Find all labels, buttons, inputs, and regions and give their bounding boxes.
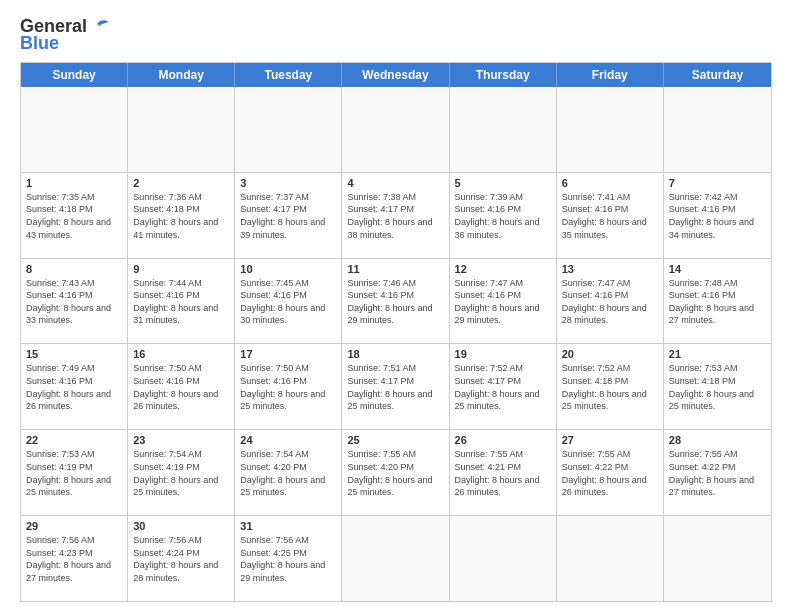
cell-info: Sunrise: 7:35 AM Sunset: 4:18 PM Dayligh… [26, 191, 122, 241]
calendar-row-3: 15Sunrise: 7:49 AM Sunset: 4:16 PM Dayli… [21, 343, 771, 429]
day-number: 25 [347, 434, 443, 446]
day-number: 9 [133, 263, 229, 275]
day-of-week-friday: Friday [557, 63, 664, 87]
calendar-cell-empty [128, 87, 235, 172]
calendar-cell-day-12: 12Sunrise: 7:47 AM Sunset: 4:16 PM Dayli… [450, 259, 557, 344]
calendar-cell-day-8: 8Sunrise: 7:43 AM Sunset: 4:16 PM Daylig… [21, 259, 128, 344]
day-number: 7 [669, 177, 766, 189]
cell-info: Sunrise: 7:56 AM Sunset: 4:23 PM Dayligh… [26, 534, 122, 584]
cell-info: Sunrise: 7:55 AM Sunset: 4:20 PM Dayligh… [347, 448, 443, 498]
cell-info: Sunrise: 7:49 AM Sunset: 4:16 PM Dayligh… [26, 362, 122, 412]
day-number: 18 [347, 348, 443, 360]
cell-info: Sunrise: 7:46 AM Sunset: 4:16 PM Dayligh… [347, 277, 443, 327]
cell-info: Sunrise: 7:47 AM Sunset: 4:16 PM Dayligh… [562, 277, 658, 327]
calendar-cell-empty [557, 516, 664, 601]
day-number: 10 [240, 263, 336, 275]
calendar-cell-day-18: 18Sunrise: 7:51 AM Sunset: 4:17 PM Dayli… [342, 344, 449, 429]
day-number: 6 [562, 177, 658, 189]
calendar-cell-empty [342, 87, 449, 172]
calendar-cell-day-11: 11Sunrise: 7:46 AM Sunset: 4:16 PM Dayli… [342, 259, 449, 344]
calendar-cell-day-3: 3Sunrise: 7:37 AM Sunset: 4:17 PM Daylig… [235, 173, 342, 258]
calendar-cell-day-14: 14Sunrise: 7:48 AM Sunset: 4:16 PM Dayli… [664, 259, 771, 344]
calendar-cell-day-5: 5Sunrise: 7:39 AM Sunset: 4:16 PM Daylig… [450, 173, 557, 258]
day-number: 8 [26, 263, 122, 275]
calendar-cell-day-31: 31Sunrise: 7:56 AM Sunset: 4:25 PM Dayli… [235, 516, 342, 601]
day-number: 16 [133, 348, 229, 360]
day-number: 13 [562, 263, 658, 275]
calendar-cell-day-17: 17Sunrise: 7:50 AM Sunset: 4:16 PM Dayli… [235, 344, 342, 429]
calendar-cell-empty [664, 87, 771, 172]
day-number: 12 [455, 263, 551, 275]
day-of-week-tuesday: Tuesday [235, 63, 342, 87]
day-of-week-wednesday: Wednesday [342, 63, 449, 87]
calendar-cell-day-9: 9Sunrise: 7:44 AM Sunset: 4:16 PM Daylig… [128, 259, 235, 344]
cell-info: Sunrise: 7:51 AM Sunset: 4:17 PM Dayligh… [347, 362, 443, 412]
cell-info: Sunrise: 7:50 AM Sunset: 4:16 PM Dayligh… [133, 362, 229, 412]
calendar-page: General Blue SundayMondayTuesdayWednesda… [0, 0, 792, 612]
calendar-cell-day-28: 28Sunrise: 7:55 AM Sunset: 4:22 PM Dayli… [664, 430, 771, 515]
calendar-cell-day-13: 13Sunrise: 7:47 AM Sunset: 4:16 PM Dayli… [557, 259, 664, 344]
day-number: 21 [669, 348, 766, 360]
calendar-cell-day-1: 1Sunrise: 7:35 AM Sunset: 4:18 PM Daylig… [21, 173, 128, 258]
day-number: 4 [347, 177, 443, 189]
cell-info: Sunrise: 7:42 AM Sunset: 4:16 PM Dayligh… [669, 191, 766, 241]
calendar-cell-day-23: 23Sunrise: 7:54 AM Sunset: 4:19 PM Dayli… [128, 430, 235, 515]
cell-info: Sunrise: 7:41 AM Sunset: 4:16 PM Dayligh… [562, 191, 658, 241]
cell-info: Sunrise: 7:52 AM Sunset: 4:17 PM Dayligh… [455, 362, 551, 412]
calendar-row-4: 22Sunrise: 7:53 AM Sunset: 4:19 PM Dayli… [21, 429, 771, 515]
cell-info: Sunrise: 7:43 AM Sunset: 4:16 PM Dayligh… [26, 277, 122, 327]
day-of-week-monday: Monday [128, 63, 235, 87]
calendar-cell-day-20: 20Sunrise: 7:52 AM Sunset: 4:18 PM Dayli… [557, 344, 664, 429]
day-number: 14 [669, 263, 766, 275]
calendar-cell-day-16: 16Sunrise: 7:50 AM Sunset: 4:16 PM Dayli… [128, 344, 235, 429]
cell-info: Sunrise: 7:53 AM Sunset: 4:18 PM Dayligh… [669, 362, 766, 412]
cell-info: Sunrise: 7:54 AM Sunset: 4:20 PM Dayligh… [240, 448, 336, 498]
day-number: 15 [26, 348, 122, 360]
cell-info: Sunrise: 7:38 AM Sunset: 4:17 PM Dayligh… [347, 191, 443, 241]
day-number: 20 [562, 348, 658, 360]
calendar-row-1: 1Sunrise: 7:35 AM Sunset: 4:18 PM Daylig… [21, 172, 771, 258]
day-number: 2 [133, 177, 229, 189]
logo-bird-icon [89, 18, 111, 36]
calendar-cell-day-30: 30Sunrise: 7:56 AM Sunset: 4:24 PM Dayli… [128, 516, 235, 601]
calendar-row-0 [21, 87, 771, 172]
day-number: 22 [26, 434, 122, 446]
calendar-cell-day-4: 4Sunrise: 7:38 AM Sunset: 4:17 PM Daylig… [342, 173, 449, 258]
day-number: 23 [133, 434, 229, 446]
cell-info: Sunrise: 7:36 AM Sunset: 4:18 PM Dayligh… [133, 191, 229, 241]
calendar-cell-empty [450, 87, 557, 172]
calendar-cell-day-10: 10Sunrise: 7:45 AM Sunset: 4:16 PM Dayli… [235, 259, 342, 344]
cell-info: Sunrise: 7:56 AM Sunset: 4:24 PM Dayligh… [133, 534, 229, 584]
calendar-cell-day-29: 29Sunrise: 7:56 AM Sunset: 4:23 PM Dayli… [21, 516, 128, 601]
day-of-week-thursday: Thursday [450, 63, 557, 87]
cell-info: Sunrise: 7:56 AM Sunset: 4:25 PM Dayligh… [240, 534, 336, 584]
day-of-week-saturday: Saturday [664, 63, 771, 87]
calendar-body: 1Sunrise: 7:35 AM Sunset: 4:18 PM Daylig… [21, 87, 771, 601]
calendar-cell-day-25: 25Sunrise: 7:55 AM Sunset: 4:20 PM Dayli… [342, 430, 449, 515]
calendar-cell-day-22: 22Sunrise: 7:53 AM Sunset: 4:19 PM Dayli… [21, 430, 128, 515]
cell-info: Sunrise: 7:55 AM Sunset: 4:22 PM Dayligh… [562, 448, 658, 498]
day-number: 24 [240, 434, 336, 446]
calendar-header: SundayMondayTuesdayWednesdayThursdayFrid… [21, 63, 771, 87]
cell-info: Sunrise: 7:37 AM Sunset: 4:17 PM Dayligh… [240, 191, 336, 241]
calendar-cell-empty [342, 516, 449, 601]
calendar-cell-day-26: 26Sunrise: 7:55 AM Sunset: 4:21 PM Dayli… [450, 430, 557, 515]
cell-info: Sunrise: 7:55 AM Sunset: 4:21 PM Dayligh… [455, 448, 551, 498]
day-number: 5 [455, 177, 551, 189]
page-header: General Blue [20, 16, 772, 54]
cell-info: Sunrise: 7:53 AM Sunset: 4:19 PM Dayligh… [26, 448, 122, 498]
calendar-row-2: 8Sunrise: 7:43 AM Sunset: 4:16 PM Daylig… [21, 258, 771, 344]
calendar-cell-day-7: 7Sunrise: 7:42 AM Sunset: 4:16 PM Daylig… [664, 173, 771, 258]
cell-info: Sunrise: 7:44 AM Sunset: 4:16 PM Dayligh… [133, 277, 229, 327]
calendar-row-5: 29Sunrise: 7:56 AM Sunset: 4:23 PM Dayli… [21, 515, 771, 601]
calendar-cell-empty [664, 516, 771, 601]
calendar-cell-empty [235, 87, 342, 172]
calendar-cell-day-27: 27Sunrise: 7:55 AM Sunset: 4:22 PM Dayli… [557, 430, 664, 515]
calendar: SundayMondayTuesdayWednesdayThursdayFrid… [20, 62, 772, 602]
day-number: 29 [26, 520, 122, 532]
day-number: 11 [347, 263, 443, 275]
day-number: 26 [455, 434, 551, 446]
cell-info: Sunrise: 7:45 AM Sunset: 4:16 PM Dayligh… [240, 277, 336, 327]
day-number: 31 [240, 520, 336, 532]
cell-info: Sunrise: 7:52 AM Sunset: 4:18 PM Dayligh… [562, 362, 658, 412]
